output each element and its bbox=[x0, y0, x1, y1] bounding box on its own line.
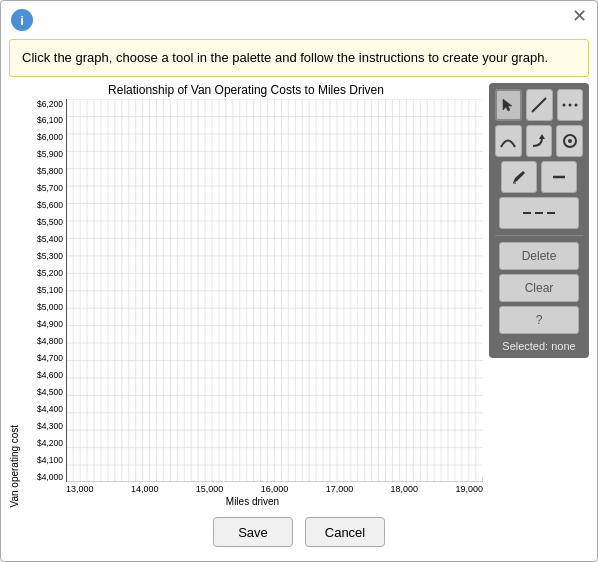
dialog: i ✕ Click the graph, choose a tool in th… bbox=[0, 0, 598, 562]
chart-container[interactable]: Relationship of Van Operating Costs to M… bbox=[9, 83, 483, 508]
dotted-tool-button[interactable] bbox=[557, 89, 583, 121]
chart-title: Relationship of Van Operating Costs to M… bbox=[108, 83, 384, 97]
footer: Save Cancel bbox=[1, 507, 597, 561]
arrow-icon bbox=[530, 132, 548, 150]
pointer-icon bbox=[501, 97, 517, 113]
chart-grid bbox=[66, 99, 483, 483]
circle-dot-icon bbox=[561, 132, 579, 150]
palette-row-4 bbox=[495, 197, 583, 229]
palette-row-1 bbox=[495, 89, 583, 121]
curve-icon bbox=[499, 132, 517, 150]
circle-dot-tool-button[interactable] bbox=[556, 125, 583, 157]
chart-wrapper: Van operating cost $6,200$6,100$6,000$5,… bbox=[9, 99, 483, 508]
arrow-tool-button[interactable] bbox=[526, 125, 553, 157]
dash-icon bbox=[550, 168, 568, 186]
svg-point-89 bbox=[574, 103, 577, 106]
dialog-header: i ✕ bbox=[1, 1, 597, 35]
dash-tool-button[interactable] bbox=[541, 161, 577, 193]
main-area: Relationship of Van Operating Costs to M… bbox=[1, 83, 597, 508]
dotted-line-icon bbox=[561, 96, 579, 114]
x-axis-title: Miles driven bbox=[22, 496, 483, 507]
chart-inner: $6,200$6,100$6,000$5,900$5,800$5,700$5,6… bbox=[22, 99, 483, 508]
dashed-tool-button[interactable] bbox=[499, 197, 579, 229]
svg-point-88 bbox=[568, 103, 571, 106]
graph-plot-area[interactable] bbox=[66, 99, 483, 483]
palette-divider-1 bbox=[495, 235, 583, 236]
help-button[interactable]: ? bbox=[499, 306, 579, 334]
pointer-tool-button[interactable] bbox=[495, 89, 522, 121]
y-axis-label: Van operating cost bbox=[9, 99, 20, 508]
info-icon: i bbox=[11, 9, 33, 31]
delete-button[interactable]: Delete bbox=[499, 242, 579, 270]
line-segment-tool-button[interactable] bbox=[526, 89, 552, 121]
cancel-button[interactable]: Cancel bbox=[305, 517, 385, 547]
svg-line-86 bbox=[532, 98, 546, 112]
svg-point-92 bbox=[568, 139, 572, 143]
palette: Delete Clear ? Selected: none bbox=[489, 83, 589, 358]
curve-tool-button[interactable] bbox=[495, 125, 522, 157]
y-labels: $6,200$6,100$6,000$5,900$5,800$5,700$5,6… bbox=[22, 99, 66, 483]
instruction-text: Click the graph, choose a tool in the pa… bbox=[22, 50, 548, 65]
svg-point-87 bbox=[562, 103, 565, 106]
close-button[interactable]: ✕ bbox=[572, 7, 587, 25]
save-button[interactable]: Save bbox=[213, 517, 293, 547]
palette-row-3 bbox=[495, 161, 583, 193]
instruction-bar: Click the graph, choose a tool in the pa… bbox=[9, 39, 589, 77]
x-axis-labels: 13,000 14,000 15,000 16,000 17,000 18,00… bbox=[22, 484, 483, 494]
svg-marker-90 bbox=[539, 134, 545, 139]
palette-row-2 bbox=[495, 125, 583, 157]
line-segment-icon bbox=[530, 96, 548, 114]
pencil-icon bbox=[510, 168, 528, 186]
dashed-line-icon bbox=[521, 204, 557, 222]
clear-button[interactable]: Clear bbox=[499, 274, 579, 302]
selected-label: Selected: none bbox=[495, 340, 583, 352]
pencil-tool-button[interactable] bbox=[501, 161, 537, 193]
